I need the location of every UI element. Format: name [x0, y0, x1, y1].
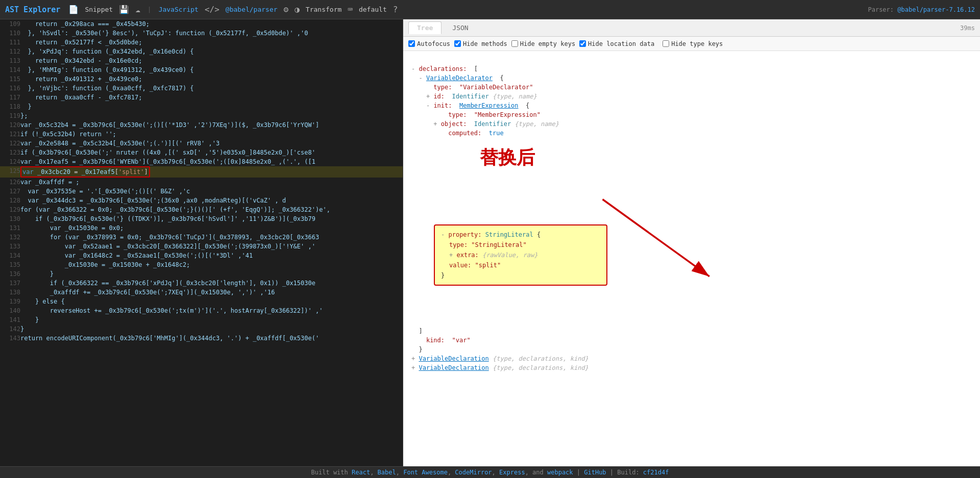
table-row: 141 } [0, 315, 403, 324]
theme-icon[interactable]: ◑ [295, 5, 300, 14]
footer-fontawesome-link[interactable]: Font Awesome [403, 469, 448, 476]
table-row: 131 var _0x15030e = 0x0; [0, 223, 403, 233]
table-row: 120var _0x5c32b4 = _0x3b79c6[_0x530e(';(… [0, 120, 403, 130]
table-row: 121if (!_0x5c32b4) return ''; [0, 130, 403, 139]
code-line-content: return encodeURIComponent(_0x3b79c6['MhM… [20, 334, 403, 343]
ast-options: Autofocus Hide methods Hide empty keys H… [403, 37, 980, 51]
code-line-content: var _0x37535e = '.'[_0x530e(';()[(' B&Z'… [20, 187, 403, 196]
code-table: 109 return _0x298aca === _0x45b430;110 }… [0, 19, 403, 343]
ast-line: kind: "var" [411, 336, 972, 345]
code-line-content: } else { [20, 297, 403, 306]
table-row: 132 for (var _0x378993 = 0x0; _0x3b79c6[… [0, 233, 403, 242]
table-row: 127 var _0x37535e = '.'[_0x530e(';()[(' … [0, 187, 403, 196]
table-row: 113 return _0x342ebd - _0x16e0cd; [0, 56, 403, 65]
keyboard-icon[interactable]: ⌨ [348, 5, 353, 14]
footer-webpack-link[interactable]: webpack [547, 469, 573, 476]
table-row: 114 }, 'MhMIg': function (_0x491312, _0x… [0, 65, 403, 74]
toolbar: AST Explorer 📄 Snippet 💾 ☁ | JavaScript … [0, 0, 980, 19]
footer-codemirror-link[interactable]: CodeMirror [455, 469, 492, 476]
code-panel[interactable]: 109 return _0x298aca === _0x45b430;110 }… [0, 19, 403, 466]
ast-line: type: "VariableDeclarator" [411, 83, 972, 92]
footer-express-link[interactable]: Express [499, 469, 525, 476]
ast-line: + object: Identifier {type, name} [411, 119, 972, 129]
code-line-content: }, 'nVjbc': function (_0xaa0cff, _0xfc78… [20, 84, 403, 93]
tab-json[interactable]: JSON [444, 21, 477, 34]
table-row: 112 }, 'xPdJq': function (_0x342ebd, _0x… [0, 47, 403, 56]
help-icon[interactable]: ? [393, 5, 398, 14]
code-line-content: return _0x342ebd - _0x16e0cd; [20, 56, 403, 65]
code-line-content: }; [20, 111, 403, 120]
code-line-content: var _0xaffdf = ; [20, 178, 403, 187]
table-row: 134 var _0x1648c2 = _0x52aae1[_0x530e(';… [0, 251, 403, 260]
option-hide-methods[interactable]: Hide methods [454, 40, 507, 47]
snippet-label[interactable]: Snippet [85, 6, 113, 13]
table-row: 130 if (_0x3b79c6[_0x530e('} ((TDKX')], … [0, 214, 403, 223]
option-hide-empty-keys[interactable]: Hide empty keys [511, 40, 575, 47]
code-icon[interactable]: </> [205, 5, 219, 14]
option-hide-type-keys[interactable]: Hide type keys [663, 40, 723, 47]
ast-line: ] [411, 326, 972, 336]
table-row: 125var _0x3cbc20 = _0x17eaf5['split'] [0, 166, 403, 178]
table-row: 137 if (_0x366322 == _0x3b79c6['xPdJq'](… [0, 279, 403, 288]
svg-line-1 [603, 199, 709, 276]
table-row: 135 _0x15030e = _0x15030e + _0x1648c2; [0, 260, 403, 269]
code-line-content: if (_0x3b79c6[_0x530e('} ((TDKX')], _0x3… [20, 214, 403, 223]
cloud-icon[interactable]: ☁ [135, 5, 140, 14]
tab-tree[interactable]: Tree [408, 21, 442, 34]
ast-line: - declarations: [ [411, 64, 972, 73]
code-line-content: return _0xaa0cff - _0xfc7817; [20, 93, 403, 102]
ast-line: - init: MemberExpression { [411, 101, 972, 110]
ast-panel: Tree JSON 39ms Autofocus Hide methods Hi… [403, 19, 980, 466]
language-label[interactable]: JavaScript [159, 6, 199, 13]
footer-build-link[interactable]: cf21d4f [643, 469, 669, 476]
table-row: 110 }, 'hSvdl': _0x530e('} 8esc'), 'TuCp… [0, 29, 403, 38]
code-line-content: var _0x3cbc20 = _0x17eaf5['split'] [20, 166, 403, 178]
table-row: 118 } [0, 102, 403, 111]
code-line-content: return _0x491312 + _0x439ce0; [20, 74, 403, 84]
code-line-content: if (_0x3b79c6[_0x530e(';' nruter ((4x0 ,… [20, 148, 403, 157]
app-logo: AST Explorer [5, 5, 60, 14]
table-row: 129for (var _0x366322 = 0x0; _0x3b79c6[_… [0, 205, 403, 214]
code-line-content: var _0x1648c2 = _0x52aae1[_0x530e(';()[(… [20, 251, 403, 260]
sep1: | [148, 6, 152, 13]
table-row: 128 var _0x344dc3 = _0x3b79c6[_0x530e(';… [0, 196, 403, 205]
code-line-content: var _0x344dc3 = _0x3b79c6[_0x530e(';(36x… [20, 196, 403, 205]
transform-label[interactable]: Transform [306, 6, 341, 13]
snippet-icon[interactable]: 📄 [68, 5, 79, 14]
table-row: 119}; [0, 111, 403, 120]
ast-line: - VariableDeclarator { [411, 73, 972, 83]
parser-version-link[interactable]: @babel/parser-7.16.12 [897, 6, 975, 13]
option-hide-location-data[interactable]: Hide location data [579, 40, 654, 47]
ast-tabs: Tree JSON 39ms [403, 19, 980, 37]
code-line-content: reverseHost += _0x3b79c6[_0x530e(';tx(m'… [20, 306, 403, 315]
ast-content[interactable]: - declarations: [ - VariableDeclarator {… [403, 51, 980, 466]
table-row: 133 var _0x52aae1 = _0x3cbc20[_0x366322]… [0, 242, 403, 251]
default-label[interactable]: default [359, 6, 387, 13]
table-row: 117 return _0xaa0cff - _0xfc7817; [0, 93, 403, 102]
code-line-content: _0x15030e = _0x15030e + _0x1648c2; [20, 260, 403, 269]
option-autofocus[interactable]: Autofocus [408, 40, 450, 47]
table-row: 116 }, 'nVjbc': function (_0xaa0cff, _0x… [0, 84, 403, 93]
table-row: 142} [0, 324, 403, 334]
code-line-content: }, 'MhMIg': function (_0x491312, _0x439c… [20, 65, 403, 74]
code-line-content: var _0x17eaf5 = _0x3b79c6['WYENb'](_0x3b… [20, 157, 403, 166]
ast-line: } [411, 345, 972, 354]
table-row: 123if (_0x3b79c6[_0x530e(';' nruter ((4x… [0, 148, 403, 157]
ast-line: type: "MemberExpression" [411, 110, 972, 119]
code-line-content: if (!_0x5c32b4) return ''; [20, 130, 403, 139]
footer-babel-link[interactable]: Babel [378, 469, 396, 476]
code-line-content: if (_0x366322 == _0x3b79c6['xPdJq'](_0x3… [20, 279, 403, 288]
ast-time: 39ms [960, 24, 975, 32]
gear-icon[interactable]: ⚙ [284, 5, 289, 14]
table-row: 109 return _0x298aca === _0x45b430; [0, 19, 403, 29]
footer-react-link[interactable]: React [352, 469, 370, 476]
table-row: 111 return _0x52177f < _0x5d0bde; [0, 38, 403, 47]
save-icon[interactable]: 💾 [119, 5, 129, 14]
table-row: 122var _0x2e5848 = _0x5c32b4[_0x530e(';(… [0, 139, 403, 148]
parser-version: Parser: @babel/parser-7.16.12 [868, 6, 975, 13]
footer-github-link[interactable]: GitHub [584, 469, 606, 476]
table-row: 140 reverseHost += _0x3b79c6[_0x530e(';t… [0, 306, 403, 315]
parser-label[interactable]: @babel/parser [226, 6, 278, 13]
table-row: 124var _0x17eaf5 = _0x3b79c6['WYENb'](_0… [0, 157, 403, 166]
code-line-content: }, 'hSvdl': _0x530e('} 8esc'), 'TuCpJ': … [20, 29, 403, 38]
